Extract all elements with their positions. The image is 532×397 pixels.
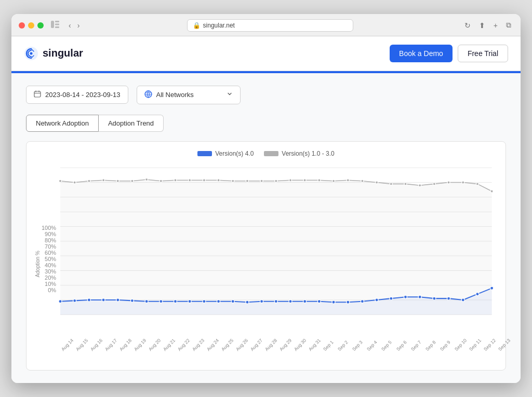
x-label: Aug 19 (133, 348, 137, 352)
x-label: Aug 24 (206, 348, 209, 352)
svg-point-44 (419, 184, 421, 186)
y-label-90: 90% (42, 231, 56, 237)
svg-point-77 (447, 297, 450, 300)
svg-point-61 (217, 299, 220, 303)
y-label-30: 30% (42, 268, 56, 275)
x-label: Sep 9 (439, 348, 443, 352)
reload-button[interactable]: ↻ (462, 20, 473, 31)
legend-color-v4 (197, 151, 212, 156)
chevron-down-icon (227, 91, 233, 99)
svg-point-70 (347, 300, 350, 304)
url-text: singular.net (203, 22, 235, 29)
svg-point-40 (361, 180, 364, 182)
x-label: Aug 25 (220, 348, 224, 352)
y-label-20: 20% (42, 275, 56, 281)
header-buttons: Book a Demo Free Trial (390, 45, 508, 62)
x-label: Aug 16 (89, 348, 93, 352)
svg-point-26 (159, 180, 162, 182)
svg-point-46 (447, 181, 450, 184)
svg-point-24 (131, 180, 134, 182)
y-axis: 100% 90% 80% 70% 60% 50% 40% 30% 20% 10%… (42, 223, 60, 306)
x-label: Aug 23 (191, 348, 195, 352)
x-label: Sep 10 (454, 348, 457, 352)
chart-area: Adoption % 100% 90% 80% 70% 60% 50% 40% … (35, 162, 497, 366)
lock-icon: 🔒 (193, 22, 201, 29)
close-button[interactable] (19, 22, 25, 29)
book-demo-button[interactable]: Book a Demo (390, 45, 453, 62)
svg-rect-6 (34, 91, 41, 97)
y-axis-wrap: Adoption % 100% 90% 80% 70% 60% 50% 40% … (35, 162, 60, 366)
y-label-40: 40% (42, 262, 56, 268)
share-button[interactable]: ⬆ (477, 20, 487, 31)
x-label: Sep 7 (410, 348, 414, 352)
chart-svg (60, 162, 497, 344)
sidebar-toggle-button[interactable] (49, 20, 61, 31)
tabs-button[interactable]: ⧉ (504, 20, 513, 31)
y-label-50: 50% (42, 256, 56, 262)
x-label: Aug 21 (162, 348, 166, 352)
new-tab-button[interactable]: + (491, 20, 500, 31)
svg-point-55 (130, 299, 134, 302)
svg-point-19 (59, 180, 62, 182)
browser-chrome: ‹ › 🔒 singular.net ↻ ⬆ + ⧉ (11, 14, 521, 36)
x-label: Sep 6 (395, 348, 399, 352)
legend-v1-3: Version(s) 1.0 - 3.0 (264, 150, 334, 157)
svg-point-21 (88, 180, 90, 182)
svg-point-50 (59, 299, 62, 303)
svg-point-49 (490, 190, 493, 193)
minimize-button[interactable] (28, 22, 34, 29)
x-label: Aug 22 (177, 348, 180, 352)
maximize-button[interactable] (37, 22, 44, 29)
x-label: Aug 14 (60, 348, 64, 352)
svg-rect-3 (55, 26, 59, 28)
svg-point-64 (260, 299, 263, 303)
x-label: Aug 29 (278, 348, 282, 352)
svg-point-66 (289, 299, 292, 303)
svg-point-33 (260, 180, 263, 182)
globe-icon (144, 90, 152, 100)
free-trial-button[interactable]: Free Trial (458, 45, 508, 62)
x-label: Aug 31 (308, 348, 311, 352)
x-label: Aug 27 (249, 348, 253, 352)
address-bar[interactable]: 🔒 singular.net (187, 19, 353, 32)
browser-window: ‹ › 🔒 singular.net ↻ ⬆ + ⧉ singular (11, 14, 521, 384)
chart-container: Version(s) 4.0 Version(s) 1.0 - 3.0 Adop… (26, 141, 506, 371)
tab-adoption-trend[interactable]: Adoption Trend (99, 115, 164, 132)
x-label: Aug 28 (264, 348, 268, 352)
back-button[interactable]: ‹ (66, 20, 73, 31)
svg-point-51 (73, 299, 76, 302)
y-label-0: 0% (42, 287, 56, 293)
svg-point-54 (116, 298, 119, 302)
tab-network-adoption[interactable]: Network Adoption (26, 115, 99, 132)
svg-point-47 (462, 181, 464, 184)
svg-point-73 (390, 297, 393, 300)
x-label: Aug 15 (75, 348, 78, 352)
y-axis-title: Adoption % (35, 251, 41, 277)
svg-point-32 (246, 180, 249, 182)
network-filter[interactable]: All Networks (137, 86, 241, 104)
svg-point-65 (274, 299, 277, 303)
svg-point-41 (376, 181, 378, 184)
svg-point-75 (418, 295, 421, 298)
svg-point-60 (203, 299, 206, 303)
forward-button[interactable]: › (75, 20, 82, 31)
svg-point-48 (476, 182, 478, 185)
y-label-70: 70% (42, 243, 56, 250)
svg-point-76 (433, 297, 436, 300)
network-label: All Networks (156, 91, 194, 99)
svg-point-57 (159, 299, 163, 303)
x-label: Aug 17 (104, 348, 108, 352)
nav-area: ‹ › (66, 20, 82, 31)
x-label: Sep 13 (497, 348, 501, 352)
date-range-text: 2023-08-14 - 2023-09-13 (45, 91, 121, 99)
svg-point-42 (390, 182, 392, 185)
browser-actions: ↻ ⬆ + ⧉ (462, 20, 513, 31)
logo-text: singular (43, 47, 83, 59)
legend-label-v4: Version(s) 4.0 (215, 150, 254, 157)
logo-icon (24, 46, 38, 61)
date-filter[interactable]: 2023-08-14 - 2023-09-13 (26, 86, 128, 104)
svg-point-56 (145, 299, 148, 303)
svg-point-29 (203, 179, 205, 181)
svg-point-59 (188, 299, 191, 303)
svg-point-67 (303, 299, 307, 303)
